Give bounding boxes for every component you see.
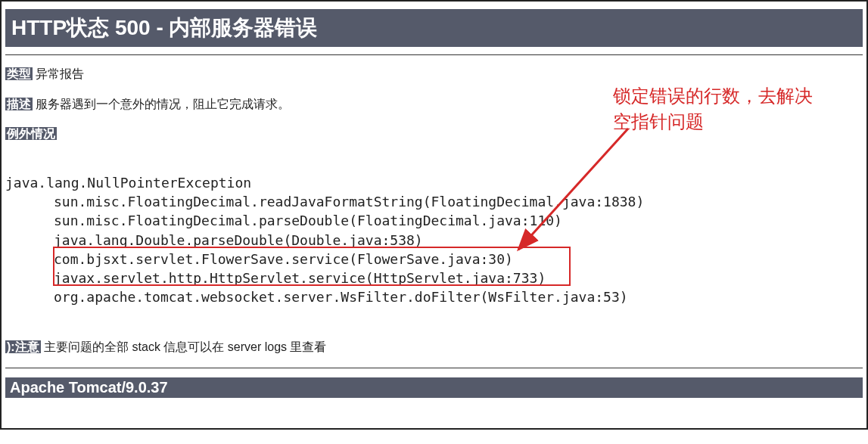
page-title-text: HTTP状态 500 - 内部服务器错误 xyxy=(11,16,317,39)
divider-top xyxy=(5,54,863,55)
note-label: ):注意 xyxy=(5,340,41,353)
stack-line-highlighted: javax.servlet.http.HttpServlet.service(H… xyxy=(5,269,546,287)
desc-value: 服务器遇到一个意外的情况，阻止它完成请求。 xyxy=(36,98,290,110)
type-row: 类型 异常报告 xyxy=(5,64,863,84)
stack-line: java.lang.NullPointerException xyxy=(5,175,251,191)
type-label: 类型 xyxy=(5,67,33,80)
stack-line: sun.misc.FloatingDecimal.parseDouble(Flo… xyxy=(5,211,562,230)
desc-label: 描述 xyxy=(5,98,33,110)
annotation-line1: 锁定错误的行数，去解决 xyxy=(613,85,813,106)
divider-bottom xyxy=(5,368,863,368)
stack-line-highlighted: com.bjsxt.servlet.FlowerSave.service(Flo… xyxy=(5,250,513,269)
annotation-text: 锁定错误的行数，去解决 空指针问题 xyxy=(613,83,813,134)
stack-line: sun.misc.FloatingDecimal.readJavaFormatS… xyxy=(5,192,644,211)
stack-line: java.lang.Double.parseDouble(Double.java… xyxy=(5,231,423,250)
error-page: HTTP状态 500 - 内部服务器错误 类型 异常报告 描述 服务器遇到一个意… xyxy=(0,0,868,430)
stack-line: org.apache.tomcat.websocket.server.WsFil… xyxy=(5,287,628,306)
exception-label: 例外情况 xyxy=(5,127,57,140)
note-row: ):注意 主要问题的全部 stack 信息可以在 server logs 里查看 xyxy=(5,337,863,357)
footer-text: Apache Tomcat/9.0.37 xyxy=(10,379,168,396)
stack-trace: java.lang.NullPointerException sun.misc.… xyxy=(5,154,863,326)
annotation-line2: 空指针问题 xyxy=(613,111,704,132)
type-value: 异常报告 xyxy=(36,67,84,80)
footer: Apache Tomcat/9.0.37 xyxy=(5,377,863,398)
note-value: 主要问题的全部 stack 信息可以在 server logs 里查看 xyxy=(44,340,326,353)
page-title: HTTP状态 500 - 内部服务器错误 xyxy=(5,9,863,47)
